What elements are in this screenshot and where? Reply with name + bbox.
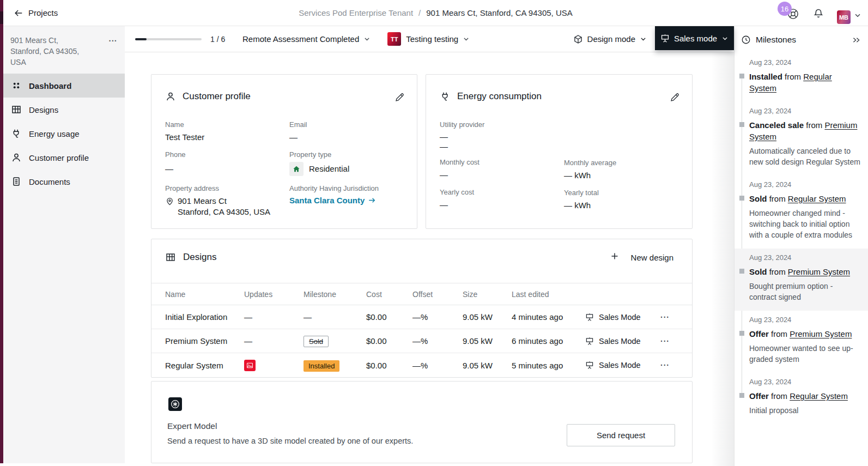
yearly-cost-label: Yearly cost	[440, 188, 681, 196]
row-menu-button[interactable]: ···	[660, 313, 673, 322]
residential-house-icon	[289, 162, 304, 176]
address-line2: Stanford, CA 94305, USA	[178, 207, 270, 217]
design-mode-dropdown[interactable]: Design mode	[573, 34, 647, 44]
design-offset: —%	[412, 312, 463, 322]
chevron-down-icon	[721, 35, 729, 42]
row-sales-mode-button[interactable]: Sales Mode	[585, 313, 660, 322]
collapse-panel-icon[interactable]	[852, 35, 861, 45]
design-link[interactable]: Premium System	[790, 329, 852, 338]
breadcrumb-project: 901 Mears Ct, Stanford, CA 94305, USA	[426, 8, 572, 17]
breadcrumb: Services Pod Enterprise Tenant / 901 Mea…	[3, 0, 868, 26]
design-size: 9.05 kW	[463, 312, 512, 322]
team-avatar[interactable]: TT	[387, 32, 401, 46]
person-icon	[11, 152, 22, 163]
milestones-list: Aug 23, 2024 Installed from Regular Syst…	[735, 53, 868, 424]
energy-consumption-card: Energy consumption Utility provider — — …	[426, 74, 693, 229]
sidebar-item-dashboard[interactable]: Dashboard	[3, 74, 125, 98]
sales-mode-dropdown[interactable]: Sales mode	[655, 26, 734, 50]
expert-model-description: Send a request to have a 3D site model c…	[167, 437, 413, 445]
milestone-progress-bar	[135, 38, 202, 40]
design-row-regular-system[interactable]: Regular System Installed $0.00 —% 9.05 k…	[151, 353, 692, 377]
milestone-progress-label: 1 / 6	[210, 35, 228, 44]
edit-customer-profile-button[interactable]	[394, 92, 405, 102]
monthly-average-label: Monthly average	[564, 159, 616, 167]
design-row-premium-system[interactable]: Premium System — Sold $0.00 —% 9.05 kW 6…	[151, 329, 692, 353]
milestone-entry: Aug 23, 2024 Installed from Regular Syst…	[735, 53, 868, 102]
timeline-marker	[739, 122, 744, 127]
design-image-update-icon	[244, 360, 256, 371]
yearly-cost-value: —	[440, 199, 681, 210]
design-updates: —	[244, 312, 304, 322]
monthly-average-value: — kWh	[564, 170, 616, 181]
designs-grid-icon	[165, 252, 176, 263]
brand-rail-accent	[0, 11, 3, 24]
design-name: Regular System	[165, 361, 244, 370]
email-value: —	[289, 132, 379, 143]
location-pin-icon	[165, 197, 174, 206]
sold-badge: Sold	[304, 336, 329, 347]
topbar-actions: 16 MB	[787, 0, 861, 26]
design-last-edited: 4 minutes ago	[512, 312, 585, 322]
cube-icon	[573, 34, 583, 44]
design-row-initial-exploration[interactable]: Initial Exploration — — $0.00 —% 9.05 kW…	[151, 305, 692, 329]
presentation-screen-icon	[585, 313, 594, 322]
document-icon	[11, 176, 22, 187]
design-link[interactable]: Regular System	[788, 194, 846, 203]
chevron-down-icon	[363, 35, 371, 43]
user-avatar[interactable]: MB	[837, 10, 851, 24]
panel-shadow	[711, 52, 734, 466]
design-last-edited: 6 minutes ago	[512, 336, 585, 346]
monthly-cost-label: Monthly cost	[440, 158, 681, 166]
row-sales-mode-button[interactable]: Sales Mode	[585, 337, 660, 346]
project-more-button[interactable]: ...	[108, 34, 117, 43]
milestone-dropdown[interactable]: Remote Assessment Completed	[242, 34, 371, 44]
expert-model-title: Expert Model	[167, 421, 217, 431]
designs-title: Designs	[183, 252, 216, 263]
ahj-link[interactable]: Santa Clara County	[289, 196, 376, 205]
notification-count-badge[interactable]: 16	[778, 2, 792, 16]
sidebar-item-designs[interactable]: Designs	[3, 98, 125, 122]
timeline-marker	[739, 393, 744, 398]
designs-table: Name Updates Milestone Cost Offset Size …	[151, 283, 692, 377]
ahj-label: Authority Having Jurisdiction	[289, 184, 379, 192]
milestones-panel: Milestones Aug 23, 2024 Installed from R…	[734, 26, 868, 466]
notifications-bell-icon[interactable]	[813, 8, 824, 19]
send-request-button[interactable]: Send request	[567, 424, 675, 446]
dashboard-icon	[11, 80, 22, 91]
sidebar-item-energy-usage[interactable]: Energy usage	[3, 122, 125, 146]
breadcrumb-tenant[interactable]: Services Pod Enterprise Tenant	[299, 8, 413, 17]
design-updates: —	[244, 336, 304, 346]
breadcrumb-separator: /	[418, 8, 421, 17]
design-name: Premium System	[165, 336, 244, 346]
dashboard-content: Customer profile Name Test Tester Phone …	[125, 52, 734, 466]
design-link[interactable]: Premium System	[788, 267, 850, 276]
team-dropdown[interactable]: Testing testing	[406, 34, 470, 44]
row-sales-mode-button[interactable]: Sales Mode	[585, 361, 660, 370]
design-cost: $0.00	[366, 312, 412, 322]
design-size: 9.05 kW	[463, 361, 512, 370]
new-design-button[interactable]: New design	[610, 252, 673, 263]
installed-badge: Installed	[304, 360, 339, 372]
row-menu-button[interactable]: ···	[660, 337, 673, 346]
customer-profile-title: Customer profile	[183, 91, 251, 102]
design-link[interactable]: Regular System	[790, 391, 848, 401]
row-menu-button[interactable]: ···	[660, 361, 673, 370]
timeline-marker	[739, 269, 744, 274]
edit-energy-consumption-button[interactable]	[670, 92, 680, 102]
milestone-entry: Aug 23, 2024 Offer from Regular System I…	[735, 373, 868, 424]
timeline-marker	[739, 331, 744, 336]
presentation-screen-icon	[585, 361, 594, 370]
sidebar-item-documents[interactable]: Documents	[3, 170, 125, 193]
top-bar: Projects Services Pod Enterprise Tenant …	[3, 0, 868, 26]
utility-provider-value1: —	[440, 132, 681, 142]
design-size: 9.05 kW	[463, 336, 512, 346]
expert-model-card: Expert Model Send a request to have a 3D…	[151, 381, 693, 463]
chevron-down-icon	[640, 35, 647, 43]
timeline-marker	[739, 196, 744, 201]
design-last-edited: 5 minutes ago	[512, 361, 585, 370]
designs-grid-icon	[11, 104, 22, 115]
user-menu-chevron-icon[interactable]	[854, 11, 861, 19]
project-address: 901 Mears Ct, Stanford, CA 94305, USA	[10, 35, 98, 68]
design-name: Initial Exploration	[165, 312, 244, 322]
sidebar-item-customer-profile[interactable]: Customer profile	[3, 146, 125, 170]
